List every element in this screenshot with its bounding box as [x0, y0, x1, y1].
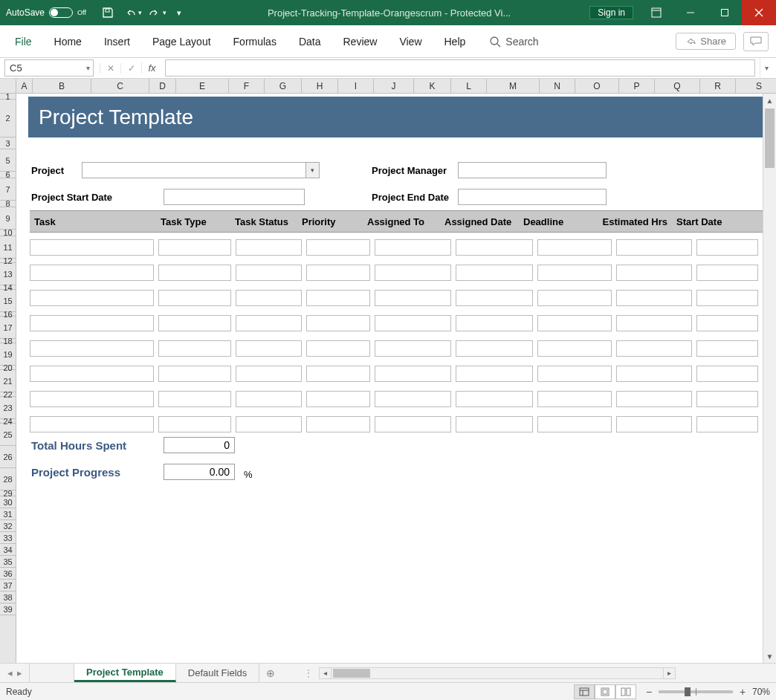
- table-cell[interactable]: [537, 265, 612, 281]
- row-header[interactable]: 25: [0, 424, 16, 446]
- column-header[interactable]: N: [540, 79, 575, 93]
- table-cell[interactable]: [456, 366, 533, 382]
- table-cell[interactable]: [158, 290, 231, 306]
- ribbon-tab-help[interactable]: Help: [434, 31, 476, 52]
- zoom-level[interactable]: 70%: [752, 687, 770, 697]
- select-all-corner[interactable]: [0, 79, 16, 94]
- column-header[interactable]: C: [91, 79, 149, 93]
- table-cell[interactable]: [306, 265, 371, 281]
- table-cell[interactable]: [375, 290, 450, 306]
- column-header[interactable]: M: [487, 79, 540, 93]
- table-cell[interactable]: [236, 265, 302, 281]
- column-header[interactable]: J: [374, 79, 414, 93]
- insert-function-button[interactable]: fx: [141, 62, 162, 74]
- table-cell[interactable]: [537, 315, 612, 331]
- sheet-tab-project-template[interactable]: Project Template: [74, 664, 176, 682]
- ribbon-display-options[interactable]: [639, 0, 673, 25]
- scroll-down-arrow[interactable]: ▼: [763, 649, 776, 663]
- table-cell[interactable]: [456, 391, 533, 407]
- table-cell[interactable]: [30, 391, 154, 407]
- table-cell[interactable]: [306, 290, 371, 306]
- table-cell[interactable]: [456, 315, 533, 331]
- chevron-down-icon[interactable]: ▾: [138, 9, 142, 16]
- table-cell[interactable]: [696, 391, 758, 407]
- enter-formula-button[interactable]: ✓: [120, 63, 141, 74]
- column-header[interactable]: F: [229, 79, 265, 93]
- column-header[interactable]: I: [338, 79, 374, 93]
- table-cell[interactable]: [306, 315, 371, 331]
- table-cell[interactable]: [158, 366, 231, 382]
- tell-me-search[interactable]: Search: [489, 36, 538, 48]
- view-page-break-button[interactable]: [615, 684, 636, 699]
- table-cell[interactable]: [236, 290, 302, 306]
- column-header[interactable]: H: [302, 79, 338, 93]
- undo-button[interactable]: ▾: [120, 3, 142, 22]
- table-cell[interactable]: [30, 315, 154, 331]
- project-start-date-field[interactable]: [164, 189, 305, 205]
- row-header[interactable]: 33: [0, 532, 16, 544]
- table-cell[interactable]: [236, 315, 302, 331]
- row-header[interactable]: 6: [0, 172, 16, 178]
- row-header[interactable]: 23: [0, 397, 16, 419]
- total-hours-value[interactable]: 0: [164, 437, 235, 453]
- row-header[interactable]: 21: [0, 370, 16, 392]
- row-header[interactable]: 30: [0, 496, 16, 508]
- table-cell[interactable]: [537, 416, 612, 432]
- table-cell[interactable]: [456, 239, 533, 256]
- table-cell[interactable]: [158, 391, 231, 407]
- column-header[interactable]: A: [16, 79, 33, 93]
- row-header[interactable]: 36: [0, 568, 16, 580]
- column-header[interactable]: K: [414, 79, 451, 93]
- table-cell[interactable]: [696, 265, 758, 281]
- table-cell[interactable]: [616, 416, 692, 432]
- zoom-slider[interactable]: [659, 690, 733, 693]
- scroll-thumb[interactable]: [765, 108, 775, 168]
- table-cell[interactable]: [375, 416, 450, 432]
- ribbon-tab-home[interactable]: Home: [44, 31, 92, 52]
- table-cell[interactable]: [696, 290, 758, 306]
- row-header[interactable]: 5: [0, 149, 16, 172]
- table-cell[interactable]: [537, 391, 612, 407]
- table-cell[interactable]: [696, 315, 758, 331]
- row-header[interactable]: 13: [0, 263, 16, 285]
- share-button[interactable]: Share: [676, 33, 736, 50]
- row-header[interactable]: 10: [0, 230, 16, 236]
- project-manager-field[interactable]: [458, 162, 607, 178]
- row-header[interactable]: 7: [0, 178, 16, 201]
- scroll-left-arrow[interactable]: ◂: [320, 668, 332, 678]
- ribbon-tab-view[interactable]: View: [389, 31, 432, 52]
- autosave-toggle[interactable]: [49, 7, 73, 18]
- table-cell[interactable]: [616, 366, 692, 382]
- comments-button[interactable]: [743, 32, 769, 51]
- table-cell[interactable]: [236, 366, 302, 382]
- zoom-out-button[interactable]: −: [644, 686, 654, 698]
- project-dropdown[interactable]: ▾: [82, 162, 320, 178]
- table-cell[interactable]: [375, 340, 450, 357]
- column-header[interactable]: G: [265, 79, 302, 93]
- project-progress-value[interactable]: 0.00: [164, 464, 235, 480]
- table-cell[interactable]: [375, 239, 450, 256]
- table-cell[interactable]: [306, 239, 371, 256]
- table-cell[interactable]: [236, 391, 302, 407]
- row-header[interactable]: 38: [0, 592, 16, 603]
- table-cell[interactable]: [306, 416, 371, 432]
- sign-in-button[interactable]: Sign in: [589, 6, 633, 19]
- table-cell[interactable]: [616, 290, 692, 306]
- row-header[interactable]: 3: [0, 137, 16, 149]
- table-cell[interactable]: [158, 416, 231, 432]
- table-cell[interactable]: [158, 315, 231, 331]
- scroll-right-arrow[interactable]: ▸: [663, 668, 675, 678]
- table-cell[interactable]: [696, 416, 758, 432]
- table-cell[interactable]: [236, 416, 302, 432]
- table-cell[interactable]: [30, 290, 154, 306]
- sheet-tab-default-fields[interactable]: Default Fields: [176, 664, 259, 682]
- table-cell[interactable]: [236, 340, 302, 357]
- row-header[interactable]: 1: [0, 94, 16, 100]
- table-cell[interactable]: [696, 239, 758, 256]
- row-header[interactable]: 29: [0, 490, 16, 496]
- tab-split-grip[interactable]: ⋮: [304, 668, 313, 678]
- horizontal-scrollbar[interactable]: ◂ ▸: [319, 667, 676, 679]
- table-cell[interactable]: [537, 340, 612, 357]
- formula-input[interactable]: [165, 59, 755, 77]
- row-header[interactable]: 28: [0, 468, 16, 490]
